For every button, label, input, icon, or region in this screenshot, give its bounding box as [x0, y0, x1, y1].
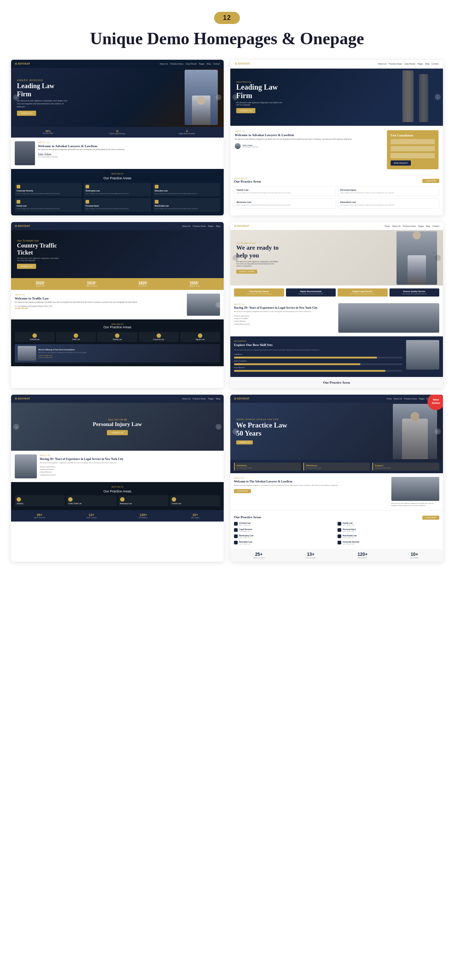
badge-affordance: Affordance Lorem ipsum dolor sit amet [303, 463, 370, 471]
nav-link[interactable]: About Us [378, 63, 387, 65]
practice-item: Personal Injury Law is simply a text a p… [338, 186, 440, 197]
nav-link[interactable]: Blog [426, 225, 430, 227]
demo3-bottom-strip: We Are Offering A Free First Consultatio… [15, 344, 220, 363]
demo1-about-label: ABOUT US [38, 141, 125, 143]
hero-prev-arrow[interactable] [233, 429, 238, 434]
demo3-practice-grid: Criminal Law Traffic Law Parking Law Ins… [15, 332, 220, 342]
nav-link[interactable]: Home [387, 398, 392, 400]
demo4-hero: Any Problem Issue? We are ready tohelp y… [230, 230, 443, 285]
consult-field-3[interactable] [391, 153, 435, 158]
demo5-cta[interactable]: CONTACT US [107, 430, 127, 435]
nav-link[interactable]: Blog [216, 398, 220, 400]
nav-link[interactable]: Contact [432, 63, 438, 65]
practice-desc: Law is simply a text... [343, 525, 355, 526]
nav-link[interactable]: About Us [392, 225, 400, 227]
hero-prev-arrow[interactable] [13, 302, 19, 308]
demo-card-2: ⚖ ADVOKAT About Us Practice Areas Case R… [230, 60, 443, 215]
nav-link[interactable]: Contact [432, 225, 439, 227]
nav-link[interactable]: Pages [417, 63, 423, 65]
demo3-hero-content: How To Handle Your Country TrafficTicket… [17, 239, 218, 269]
nav-link[interactable]: Blog [425, 63, 429, 65]
nav-link[interactable]: Blog [207, 63, 211, 65]
nav-link[interactable]: About Us [160, 63, 168, 65]
nav-link[interactable]: Pages [208, 225, 214, 227]
demo3-navbar: ⚖ ADVOKAT About Us Practice Areas Pages … [11, 222, 224, 230]
nav-link[interactable]: Practice Areas [389, 63, 402, 65]
demo6-practice-learn-more[interactable]: LEARN MORE [422, 515, 439, 520]
demo3-about-title: Welcome to Traffic Law [15, 296, 184, 300]
nav-link[interactable]: Case Result [404, 63, 415, 65]
hero-prev-arrow[interactable] [233, 94, 238, 100]
hero-prev-arrow[interactable] [13, 424, 19, 430]
badge-desc: Lorem ipsum dolor sit amet [306, 467, 368, 469]
nav-link[interactable]: Pages [418, 225, 424, 227]
demo1-nav-links: About Us Practice Areas Case Result Page… [160, 63, 220, 65]
consult-field-2[interactable] [391, 146, 435, 151]
stat-label: Expert Legal Services [84, 133, 150, 135]
nav-link[interactable]: Practice Areas [193, 398, 206, 400]
nav-link[interactable]: Practice Areas [403, 225, 416, 227]
practice-item: Bankruptcy Law Law is simply a text... [234, 535, 336, 539]
demo6-title: We Practice Law50 Years [236, 421, 393, 438]
counter-awards: 1505+ AWARDS WON [169, 281, 220, 287]
nav-link[interactable]: About Us [182, 225, 190, 227]
hero-next-arrow[interactable] [216, 424, 221, 430]
demo5-navbar: ⚖ ADVOKAT About Us Practice Areas Pages … [11, 395, 224, 403]
nav-link[interactable]: About Us [394, 398, 402, 400]
demo4-desc: We denounce with righteous indignation a… [236, 260, 281, 267]
nav-link[interactable]: Blog [216, 225, 220, 227]
nav-link[interactable]: Home [385, 225, 390, 227]
hero-next-arrow[interactable] [435, 94, 441, 100]
badge-title: Expert Legal Service [340, 290, 386, 293]
practice-icon [86, 200, 89, 204]
practice-icon [68, 497, 73, 502]
hero-prev-arrow[interactable] [13, 94, 19, 100]
nav-link[interactable]: Pages [208, 398, 214, 400]
practice-item: Bankruptcy Law [118, 495, 168, 506]
nav-link[interactable]: Pages [198, 63, 205, 65]
demo4-skills-photo [406, 340, 439, 369]
stat-case-closed: 13+ CASE CLOSED [286, 552, 336, 559]
hero-next-arrow[interactable] [216, 302, 221, 308]
demo1-sig-title: CEO & Founder of Advokat [38, 156, 125, 158]
nav-link[interactable]: Pages [419, 398, 424, 400]
nav-link[interactable]: Practice Areas [404, 398, 417, 400]
nav-link[interactable]: Practice Areas [193, 225, 206, 227]
demo1-welcome-title: Welcome to Advokat Lawyers & Lawfirm [38, 144, 125, 148]
nav-link[interactable]: Case Result [185, 63, 197, 65]
practice-icon [17, 185, 20, 188]
demo2-cta[interactable]: CONTACT US [236, 108, 256, 113]
hero-next-arrow[interactable] [216, 94, 221, 100]
demo6-learn-more[interactable]: LEARN MORE [234, 489, 251, 493]
demo1-cta[interactable]: CONTACT US [17, 111, 36, 116]
demo2-learn-more-btn[interactable]: LEARN MORE [422, 179, 439, 183]
practice-icon [17, 200, 20, 204]
demo3-about-image [187, 294, 220, 316]
badge-desc: Lorem ipsum dolor sit amet [237, 467, 299, 469]
practice-item: Family Law Law is simply a text a profes… [234, 186, 336, 197]
consult-field-1[interactable] [391, 139, 435, 144]
nav-link[interactable]: Contact [213, 63, 220, 65]
demo5-practice-label: WHAT WE DO [15, 486, 220, 488]
demo4-cta[interactable]: CONTACT US NOW [236, 270, 257, 274]
demo3-cta[interactable]: CONTACT US [17, 264, 36, 269]
demo-card-6: New Demo ⚖ ADVOKAT Home About Us Practic… [230, 395, 443, 562]
stat-label: ATTORNEYS [119, 517, 168, 519]
practice-icon [338, 541, 341, 544]
nav-link[interactable]: About Us [182, 398, 190, 400]
stat-num: 10+ [170, 513, 220, 517]
hero-next-arrow[interactable] [435, 429, 441, 434]
stat-happy-clients: 25+ HAPPY CLIENTS [15, 513, 65, 519]
demo3-phone-number: 00-000-000-000 [15, 307, 184, 309]
hero-next-arrow[interactable] [435, 255, 441, 261]
demo6-cta[interactable]: CONTACT US [236, 441, 253, 444]
consult-submit-btn[interactable]: SEND REQUEST [391, 161, 411, 165]
practice-desc: Law is simply a text a professional atto… [17, 192, 80, 195]
demo4-practice-title: Our Practice Areas [234, 381, 439, 384]
hero-prev-arrow[interactable] [233, 255, 238, 261]
counter-num: 1010+ [66, 281, 117, 285]
demo1-hero-image [185, 70, 218, 125]
nav-link[interactable]: Practice Areas [170, 63, 183, 65]
demo3-practice: WHAT WE DO Our Practice Areas Criminal L… [11, 320, 224, 366]
practice-name: Bankruptcy Law [120, 503, 167, 504]
